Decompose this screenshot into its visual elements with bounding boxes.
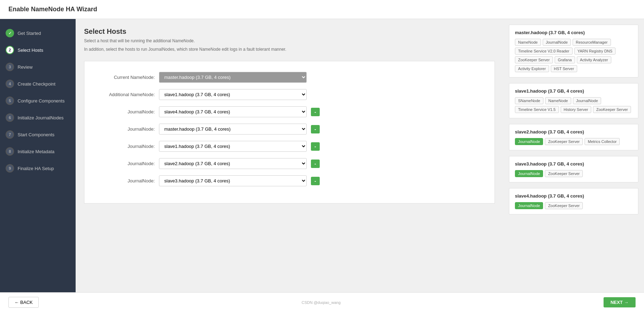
back-button[interactable]: ← BACK [8, 297, 39, 308]
additional-namenode-row: Additional NameNode: slave1.hadoop (3.7 … [98, 89, 480, 100]
sidebar: ✓Get Started2Select Hosts3Review4Create … [0, 19, 76, 312]
journalnode-row-3: JournalNode:slave4.hadoop (3.7 GB, 4 cor… [98, 141, 480, 152]
sidebar-item-finalize-ha-setup[interactable]: 9Finalize HA Setup [0, 160, 76, 177]
journalnode-select-1[interactable]: slave4.hadoop (3.7 GB, 4 cores)master.ha… [159, 106, 307, 117]
content-area: Select Hosts Select a host that will be … [76, 19, 503, 312]
host-tag: NameNode [515, 39, 541, 46]
sidebar-item-select-hosts[interactable]: 2Select Hosts [0, 42, 76, 58]
host-card-title-4: slave3.hadoop (3.7 GB, 4 cores) [515, 161, 632, 167]
journalnode-select-2[interactable]: slave4.hadoop (3.7 GB, 4 cores)master.ha… [159, 124, 307, 135]
host-card-title-3: slave2.hadoop (3.7 GB, 4 cores) [515, 129, 632, 135]
host-tag: JournalNode [543, 39, 571, 46]
journalnode-label-3: JournalNode: [98, 144, 155, 149]
host-card-2: slave1.hadoop (3.7 GB, 4 cores)SNameNode… [509, 83, 638, 118]
host-tag-list-3: JournalNodeZooKeeper ServerMetrics Colle… [515, 138, 632, 145]
journalnode-select-3[interactable]: slave4.hadoop (3.7 GB, 4 cores)master.ha… [159, 141, 307, 152]
sidebar-item-start-components[interactable]: 7Start Components [0, 126, 76, 143]
journalnode-row-2: JournalNode:slave4.hadoop (3.7 GB, 4 cor… [98, 124, 480, 135]
host-tag: JournalNode [573, 97, 601, 104]
host-tag: History Server [561, 106, 592, 113]
sidebar-item-label: Initialize Metadata [18, 149, 55, 154]
host-card-title-2: slave1.hadoop (3.7 GB, 4 cores) [515, 88, 632, 94]
current-namenode-row: Current NameNode: master.hadoop (3.7 GB,… [98, 72, 480, 83]
host-tag: NameNode [545, 97, 571, 104]
host-tag: JournalNode [515, 138, 543, 145]
host-tag: HST Server [551, 65, 577, 72]
sidebar-item-initialize-journalnodes[interactable]: 6Initialize JournalNodes [0, 109, 76, 126]
sidebar-item-initialize-metadata[interactable]: 8Initialize Metadata [0, 143, 76, 160]
page-desc-2: In addition, select the hosts to run Jou… [84, 46, 495, 52]
sidebar-item-label: Initialize JournalNodes [18, 115, 64, 120]
host-tag-list-1: NameNodeJournalNodeResourceManagerTimeli… [515, 39, 632, 72]
host-tag-list-5: JournalNodeZooKeeper Server [515, 202, 632, 209]
host-card-5: slave4.hadoop (3.7 GB, 4 cores)JournalNo… [509, 188, 638, 214]
host-tag: Metrics Collector [585, 138, 620, 145]
journalnode-select-5[interactable]: slave4.hadoop (3.7 GB, 4 cores)master.ha… [159, 175, 307, 186]
host-card-3: slave2.hadoop (3.7 GB, 4 cores)JournalNo… [509, 124, 638, 150]
host-card-4: slave3.hadoop (3.7 GB, 4 cores)JournalNo… [509, 156, 638, 182]
host-tag: Timeline Service V1.5 [515, 106, 559, 113]
current-namenode-label: Current NameNode: [98, 75, 155, 80]
host-tag: JournalNode [515, 202, 543, 209]
journalnode-label-4: JournalNode: [98, 161, 155, 166]
journalnode-row-5: JournalNode:slave4.hadoop (3.7 GB, 4 cor… [98, 175, 480, 186]
journalnode-label-5: JournalNode: [98, 178, 155, 183]
additional-namenode-select[interactable]: slave1.hadoop (3.7 GB, 4 cores) master.h… [159, 89, 307, 100]
host-card-1: master.hadoop (3.7 GB, 4 cores)NameNodeJ… [509, 25, 638, 77]
host-tag: ResourceManager [573, 39, 611, 46]
host-tag-list-2: SNameNodeNameNodeJournalNodeTimeline Ser… [515, 97, 632, 113]
sidebar-item-label: Configure Components [18, 98, 65, 104]
sidebar-item-label: Select Hosts [18, 48, 43, 53]
sidebar-item-label: Review [18, 64, 33, 70]
remove-journalnode-button-2[interactable]: - [311, 125, 320, 133]
journalnode-select-4[interactable]: slave4.hadoop (3.7 GB, 4 cores)master.ha… [159, 158, 307, 169]
sidebar-item-label: Finalize HA Setup [18, 166, 54, 171]
footer: ← BACK CSDN @duqiao_wang NEXT → [0, 292, 644, 312]
host-tag: SNameNode [515, 97, 543, 104]
sidebar-item-label: Create Checkpoint [18, 81, 56, 87]
sidebar-item-configure-components[interactable]: 5Configure Components [0, 92, 76, 109]
host-tag-list-4: JournalNodeZooKeeper Server [515, 170, 632, 177]
host-tag: ZooKeeper Server [545, 170, 583, 177]
host-tag: Grafana [555, 56, 575, 63]
app-header: Enable NameNode HA Wizard [0, 0, 644, 19]
host-tag: ZooKeeper Server [545, 202, 583, 209]
host-card-title-1: master.hadoop (3.7 GB, 4 cores) [515, 30, 632, 35]
host-tag: ZooKeeper Server [515, 56, 553, 63]
host-tag: YARN Registry DNS [574, 48, 616, 55]
host-tag: ZooKeeper Server [593, 106, 631, 113]
host-tag: JournalNode [515, 170, 543, 177]
right-panel: master.hadoop (3.7 GB, 4 cores)NameNodeJ… [503, 19, 644, 312]
remove-journalnode-button-1[interactable]: - [311, 108, 320, 116]
additional-namenode-label: Additional NameNode: [98, 92, 155, 97]
remove-journalnode-button-4[interactable]: - [311, 160, 320, 168]
watermark: CSDN @duqiao_wang [301, 300, 340, 305]
sidebar-item-review[interactable]: 3Review [0, 58, 76, 75]
sidebar-item-label: Start Components [18, 132, 55, 137]
host-tag: ZooKeeper Server [545, 138, 583, 145]
host-tag: Activity Analyzer [577, 56, 611, 63]
journalnode-row-4: JournalNode:slave4.hadoop (3.7 GB, 4 cor… [98, 158, 480, 169]
sidebar-item-create-checkpoint[interactable]: 4Create Checkpoint [0, 75, 76, 92]
sidebar-item-get-started[interactable]: ✓Get Started [0, 25, 76, 42]
journalnode-label-1: JournalNode: [98, 109, 155, 114]
sidebar-item-label: Get Started [18, 31, 41, 36]
journalnode-label-2: JournalNode: [98, 126, 155, 132]
remove-journalnode-button-3[interactable]: - [311, 142, 320, 151]
host-tag: Activity Explorer [515, 65, 549, 72]
next-button[interactable]: NEXT → [604, 297, 636, 307]
form-container: Current NameNode: master.hadoop (3.7 GB,… [84, 61, 495, 204]
journalnode-row-1: JournalNode:slave4.hadoop (3.7 GB, 4 cor… [98, 106, 480, 117]
host-tag: Timeline Service V2.0 Reader [515, 48, 573, 55]
app-title: Enable NameNode HA Wizard [8, 6, 97, 13]
remove-journalnode-button-5[interactable]: - [311, 177, 320, 185]
host-card-title-5: slave4.hadoop (3.7 GB, 4 cores) [515, 193, 632, 199]
page-desc-1: Select a host that will be running the a… [84, 38, 495, 44]
current-namenode-select[interactable]: master.hadoop (3.7 GB, 4 cores) [159, 72, 307, 83]
page-title: Select Hosts [84, 27, 495, 36]
